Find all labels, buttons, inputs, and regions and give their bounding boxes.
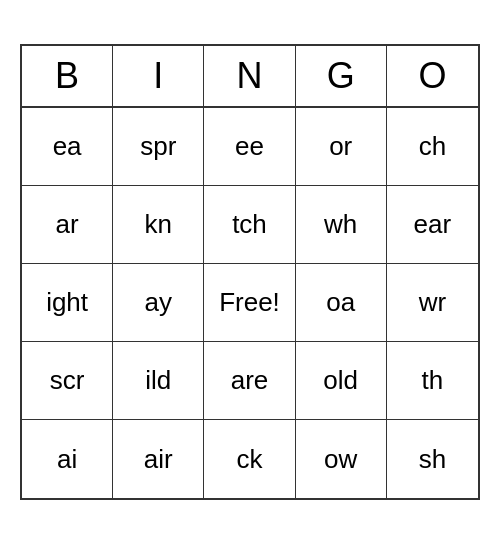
bingo-header: BINGO — [22, 46, 478, 108]
grid-cell: are — [204, 342, 295, 420]
grid-cell: ea — [22, 108, 113, 186]
grid-cell: Free! — [204, 264, 295, 342]
grid-cell: wh — [296, 186, 387, 264]
grid-cell: old — [296, 342, 387, 420]
bingo-card: BINGO easpreeorcharkntchwhearightayFree!… — [20, 44, 480, 500]
grid-cell: ay — [113, 264, 204, 342]
grid-cell: sh — [387, 420, 478, 498]
grid-cell: wr — [387, 264, 478, 342]
grid-cell: spr — [113, 108, 204, 186]
grid-cell: ai — [22, 420, 113, 498]
grid-cell: ch — [387, 108, 478, 186]
header-cell: O — [387, 46, 478, 106]
grid-cell: tch — [204, 186, 295, 264]
header-cell: N — [204, 46, 295, 106]
grid-cell: scr — [22, 342, 113, 420]
grid-cell: ild — [113, 342, 204, 420]
grid-cell: ar — [22, 186, 113, 264]
grid-cell: ee — [204, 108, 295, 186]
header-cell: I — [113, 46, 204, 106]
bingo-grid: easpreeorcharkntchwhearightayFree!oawrsc… — [22, 108, 478, 498]
grid-cell: or — [296, 108, 387, 186]
header-cell: B — [22, 46, 113, 106]
grid-cell: kn — [113, 186, 204, 264]
grid-cell: th — [387, 342, 478, 420]
grid-cell: air — [113, 420, 204, 498]
grid-cell: ow — [296, 420, 387, 498]
header-cell: G — [296, 46, 387, 106]
grid-cell: oa — [296, 264, 387, 342]
grid-cell: ear — [387, 186, 478, 264]
grid-cell: ck — [204, 420, 295, 498]
grid-cell: ight — [22, 264, 113, 342]
